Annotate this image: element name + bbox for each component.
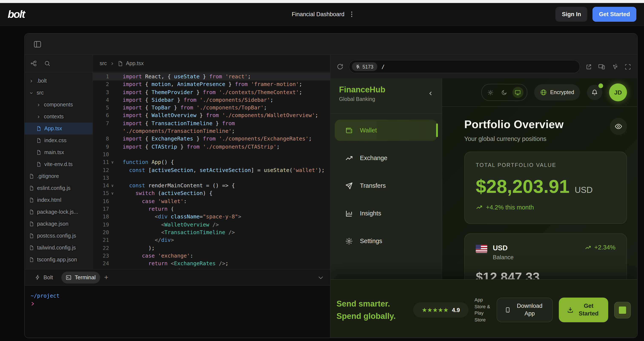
avatar[interactable]: JD [609,83,627,101]
file-icon [29,257,34,262]
tree-item--bolt[interactable]: .bolt [25,75,92,87]
file-icon [29,174,34,179]
code-line-15: 15∨ switch (activeSection) { [93,190,330,198]
code-editor: src App.tsx 1import React, { useState } … [93,55,330,269]
cta-strip: Send smarter. Spend globally. ★★★★★ 4.9 … [330,279,637,338]
toggle-sidebar-icon[interactable] [33,40,42,48]
tree-item-tsconfig-app-json[interactable]: tsconfig.app.json [25,254,92,266]
code-line-13: 13 [93,174,330,182]
wallet-icon [345,126,353,134]
breadcrumb-folder[interactable]: src [100,60,107,66]
file-icon [29,209,34,215]
terminal-panel: Bolt Terminal + ~/project [25,269,330,338]
nav-item-label: Settings [360,238,382,244]
code-line-18: 18 <div className="space-y-8"> [93,213,330,221]
toggle-visibility-eye-icon[interactable] [610,118,627,135]
tree-item-src[interactable]: src [25,87,92,99]
code-line-24: 24 return <ExchangeRates />; [93,260,330,268]
tab-bolt[interactable]: Bolt [31,271,57,283]
terminal-prompt-chevron [31,300,324,308]
nav-item-transfers[interactable]: Transfers [335,175,438,196]
file-tree-icon[interactable] [30,60,37,67]
collapse-sidebar-icon[interactable] [428,90,434,97]
finance-app: FinanceHub Global Banking WalletExchange… [330,78,637,338]
chevron-right-icon [110,61,114,66]
bolt-icon [35,275,40,280]
code-line-14: 14∨ const renderMainContent = () => { [93,182,330,190]
project-menu-icon[interactable] [351,12,352,17]
currency-label: Balance [493,254,514,261]
nav-item-wallet[interactable]: Wallet [335,120,438,141]
tree-item-package-json[interactable]: package.json [25,218,92,230]
url-bar[interactable]: 5173 / [349,60,580,73]
tree-item-postcss-config-js[interactable]: postcss.config.js [25,230,92,242]
url-path: / [382,63,384,70]
reload-icon[interactable] [336,63,344,70]
theme-light-sun-icon[interactable] [485,87,496,98]
preview-chrome: 5173 / [330,55,637,79]
code-line-9: 9import { CTAStrip } from './components/… [93,143,330,151]
open-external-icon[interactable] [585,63,592,70]
tree-item-components[interactable]: components [25,99,92,111]
file-icon [36,162,41,167]
nav-item-insights[interactable]: Insights [335,203,438,224]
code-line-17: 17 return ( [93,205,330,213]
search-icon[interactable] [44,60,51,67]
code-line-6: 6import { WalletOverview } from './compo… [93,112,330,120]
responsive-devices-icon[interactable] [598,63,605,70]
tree-item-app-tsx[interactable]: App.tsx [25,123,92,135]
usa-flag-icon [476,245,487,253]
code-line-3: 3import { ThemeProvider } from './contex… [93,88,330,96]
code-line-5: 5import { TopBar } from './components/To… [93,104,330,112]
finance-nav: WalletExchangeTransfersInsightsSettings [330,114,442,264]
collapse-terminal-icon[interactable] [317,274,324,281]
port-badge[interactable]: 5173 [352,62,377,71]
tree-item-main-tsx[interactable]: main.tsx [25,146,92,158]
tree-item-vite-env-d-ts[interactable]: vite-env.d.ts [25,158,92,170]
code-line-7: 7import { TransactionTimeline } from [93,120,330,127]
project-title: Financial Dashboard [292,11,344,17]
code-line-wrap: './components/TransactionTimeline'; [93,127,330,135]
cta-headline: Send smarter. Spend globally. [336,298,401,322]
brand-tagline: Global Banking [339,96,433,102]
tree-item-index-css[interactable]: index.css [25,135,92,146]
tree-item-tailwind-config-js[interactable]: tailwind.config.js [25,242,92,254]
theme-system-monitor-icon[interactable] [512,87,523,98]
tree-item-label: .bolt [37,78,47,84]
fullscreen-icon[interactable] [624,63,631,70]
download-app-button[interactable]: Download App [497,298,553,322]
tree-item-label: main.tsx [44,149,64,155]
tree-item-label: package-lock.js... [37,209,78,215]
terminal-output[interactable]: ~/project [25,286,330,314]
breadcrumb-file[interactable]: App.tsx [126,60,144,66]
encrypted-badge[interactable]: Encrypted [534,84,580,100]
theme-dark-moon-icon[interactable] [498,87,510,98]
tree-item-label: vite-env.d.ts [44,161,72,167]
code-area[interactable]: 1import React, { useState } from 'react'… [93,72,330,275]
get-started-app-button[interactable]: Get Started [559,298,608,322]
file-icon [29,233,34,238]
qr-code-tile[interactable] [614,302,631,318]
notifications-bell-icon[interactable] [587,85,602,100]
nav-item-exchange[interactable]: Exchange [335,147,438,169]
tree-item-label: index.css [44,137,66,143]
chevron-right-icon [36,102,41,107]
terminal-cwd: ~/project [31,292,324,300]
get-started-button[interactable]: Get Started [592,7,636,22]
inspect-cursor-icon[interactable] [611,63,618,70]
tree-item-label: postcss.config.js [37,233,76,239]
file-icon [36,126,41,131]
tree-item-package-lock-js-[interactable]: package-lock.js... [25,206,92,218]
tree-item-contexts[interactable]: contexts [25,111,92,123]
tree-item-eslint-config-js[interactable]: eslint.config.js [25,182,92,194]
tab-terminal[interactable]: Terminal [62,271,100,283]
tree-item-index-html[interactable]: index.html [25,194,92,206]
bar-chart-icon [345,209,353,217]
nav-item-settings[interactable]: Settings [335,230,438,252]
new-terminal-icon[interactable]: + [104,273,108,282]
code-line-1: 1import React, { useState } from 'react'… [93,73,330,81]
sign-in-button[interactable]: Sign In [556,7,587,22]
tree-item--gitignore[interactable]: .gitignore [25,170,92,182]
code-line-2: 2import { motion, AnimatePresence } from… [93,81,330,88]
nav-item-label: Wallet [360,127,377,134]
